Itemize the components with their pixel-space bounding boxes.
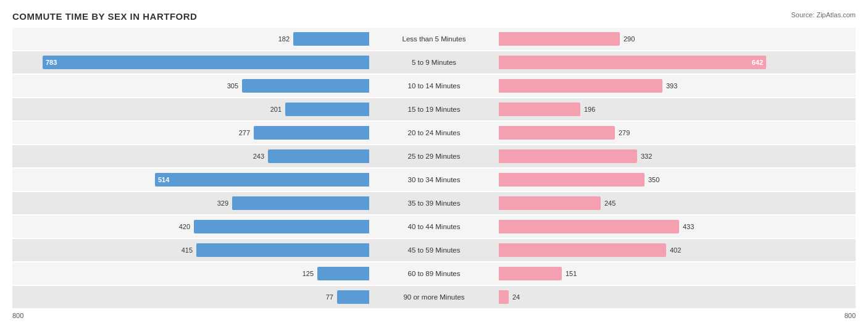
bar-male-value: 783 xyxy=(43,59,57,66)
chart-container: COMMUTE TIME BY SEX IN HARTFORD Source: … xyxy=(0,0,868,323)
x-axis-left: 800 xyxy=(12,312,23,319)
bar-right-container xyxy=(434,216,679,238)
bar-right-container xyxy=(434,169,645,191)
chart-row: 20 to 24 Minutes277279 xyxy=(12,122,856,144)
bar-male xyxy=(194,220,369,233)
bar-female-value: 642 xyxy=(752,59,766,66)
bar-female xyxy=(499,220,679,233)
chart-row: 60 to 89 Minutes125151 xyxy=(12,262,856,285)
bar-left-container xyxy=(254,122,434,144)
row-label: 35 to 39 Minutes xyxy=(407,199,460,207)
bar-male-value: 305 xyxy=(227,82,238,90)
bar-male: 514 xyxy=(155,173,369,187)
bar-female-value: 245 xyxy=(604,199,616,207)
bar-male-value: 243 xyxy=(253,153,264,160)
bar-female-value: 196 xyxy=(584,106,595,113)
chart-row: 7836425 to 9 Minutes xyxy=(12,51,856,73)
row-label: 10 to 14 Minutes xyxy=(407,82,460,90)
bar-female-value: 393 xyxy=(666,82,677,90)
bar-male xyxy=(196,243,369,257)
bar-female xyxy=(499,290,509,304)
bar-male xyxy=(317,267,369,280)
bar-left-container xyxy=(194,216,434,238)
x-axis: 800 800 xyxy=(12,309,856,321)
bar-female xyxy=(499,126,615,140)
x-axis-right: 800 xyxy=(845,312,856,319)
bar-male: 783 xyxy=(43,56,369,69)
bar-male-value: 420 xyxy=(179,223,190,230)
bar-left-container: 783 xyxy=(43,51,434,73)
row-label: 40 to 44 Minutes xyxy=(407,223,460,230)
bar-male-value: 415 xyxy=(182,246,193,254)
row-label: 25 to 29 Minutes xyxy=(407,153,460,160)
bar-female-value: 433 xyxy=(683,223,694,230)
bar-male xyxy=(268,149,369,163)
bar-male xyxy=(254,126,369,140)
bar-female xyxy=(499,173,645,187)
bar-left-container xyxy=(196,239,434,261)
bar-male-value: 125 xyxy=(303,270,314,277)
bar-right-container xyxy=(434,122,615,144)
source-label: Source: ZipAtlas.com xyxy=(791,11,856,19)
chart-row: 51430 to 34 Minutes350 xyxy=(12,169,856,191)
bar-male xyxy=(242,79,369,93)
row-label: 30 to 34 Minutes xyxy=(407,176,460,183)
bar-male xyxy=(337,290,369,304)
bar-female-value: 279 xyxy=(619,129,630,136)
bar-female xyxy=(499,196,601,210)
bar-female xyxy=(499,32,620,46)
bar-female xyxy=(499,267,562,280)
bar-female-value: 24 xyxy=(512,293,520,301)
row-label: 20 to 24 Minutes xyxy=(407,129,460,136)
bar-male-value: 77 xyxy=(326,293,333,301)
bar-female-value: 290 xyxy=(624,35,635,43)
chart-row: 90 or more Minutes7724 xyxy=(12,286,856,308)
bar-female xyxy=(499,243,666,257)
bar-male xyxy=(232,196,369,210)
bar-right-container xyxy=(434,75,662,97)
bar-right-container xyxy=(434,145,637,167)
bar-male-value: 329 xyxy=(217,199,228,207)
chart-title: COMMUTE TIME BY SEX IN HARTFORD xyxy=(12,11,856,22)
bar-female: 642 xyxy=(499,56,766,69)
bar-female xyxy=(499,103,580,116)
bar-right-container xyxy=(434,239,666,261)
bar-female-value: 350 xyxy=(648,176,659,183)
chart-row: 35 to 39 Minutes329245 xyxy=(12,192,856,214)
bar-left-container: 514 xyxy=(155,169,434,191)
chart-row: 45 to 59 Minutes415402 xyxy=(12,239,856,261)
chart-row: 25 to 29 Minutes243332 xyxy=(12,145,856,167)
bar-female-value: 332 xyxy=(641,153,652,160)
chart-row: Less than 5 Minutes182290 xyxy=(12,28,856,50)
bar-right-container: 642 xyxy=(434,51,766,73)
row-label: 60 to 89 Minutes xyxy=(407,270,460,277)
bar-left-container xyxy=(242,75,434,97)
bar-left-container xyxy=(232,192,434,214)
row-label: 90 or more Minutes xyxy=(403,293,464,301)
chart-row: 15 to 19 Minutes201196 xyxy=(12,98,856,120)
chart-row: 10 to 14 Minutes305393 xyxy=(12,75,856,97)
bars-area: Less than 5 Minutes1822907836425 to 9 Mi… xyxy=(12,28,856,308)
bar-male-value: 514 xyxy=(155,176,169,183)
bar-male-value: 201 xyxy=(270,106,282,113)
row-label: 45 to 59 Minutes xyxy=(407,246,460,254)
bar-female-value: 402 xyxy=(670,246,681,254)
bar-male-value: 277 xyxy=(239,129,250,136)
row-label: 5 to 9 Minutes xyxy=(412,59,456,66)
row-label: 15 to 19 Minutes xyxy=(407,106,460,113)
bar-male xyxy=(293,32,369,46)
row-label: Less than 5 Minutes xyxy=(403,35,466,43)
bar-female xyxy=(499,79,662,93)
bar-female xyxy=(499,149,637,163)
chart-row: 40 to 44 Minutes420433 xyxy=(12,216,856,238)
bar-male xyxy=(285,103,369,116)
bar-male-value: 182 xyxy=(278,35,290,43)
bar-female-value: 151 xyxy=(565,270,577,277)
